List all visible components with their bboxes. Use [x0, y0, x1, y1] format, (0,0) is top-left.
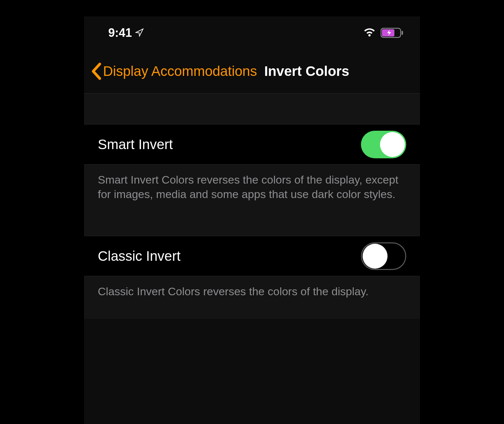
smart-invert-description: Smart Invert Colors reverses the colors …	[84, 165, 420, 236]
svg-rect-2	[402, 31, 403, 35]
chevron-left-icon	[91, 62, 102, 80]
settings-screen: 9:41	[84, 16, 420, 424]
section-spacer	[84, 94, 420, 124]
battery-charging-icon	[381, 28, 404, 38]
classic-invert-label: Classic Invert	[98, 248, 180, 264]
status-bar: 9:41	[84, 16, 420, 49]
smart-invert-toggle[interactable]	[361, 131, 406, 158]
location-icon	[135, 26, 144, 40]
status-right	[363, 28, 404, 38]
classic-invert-toggle[interactable]	[361, 242, 406, 270]
status-time: 9:41	[108, 26, 132, 40]
toggle-knob	[363, 244, 388, 269]
status-left: 9:41	[108, 26, 144, 40]
smart-invert-label: Smart Invert	[98, 137, 173, 152]
smart-invert-row: Smart Invert	[84, 124, 420, 165]
classic-invert-description: Classic Invert Colors reverses the color…	[84, 276, 420, 319]
classic-invert-row: Classic Invert	[84, 236, 420, 276]
back-label: Display Accommodations	[103, 63, 257, 79]
toggle-knob	[380, 132, 405, 157]
page-title: Invert Colors	[264, 63, 349, 79]
navigation-bar: Display Accommodations Invert Colors	[84, 49, 420, 94]
back-button[interactable]: Display Accommodations	[91, 62, 257, 80]
wifi-icon	[363, 28, 376, 38]
